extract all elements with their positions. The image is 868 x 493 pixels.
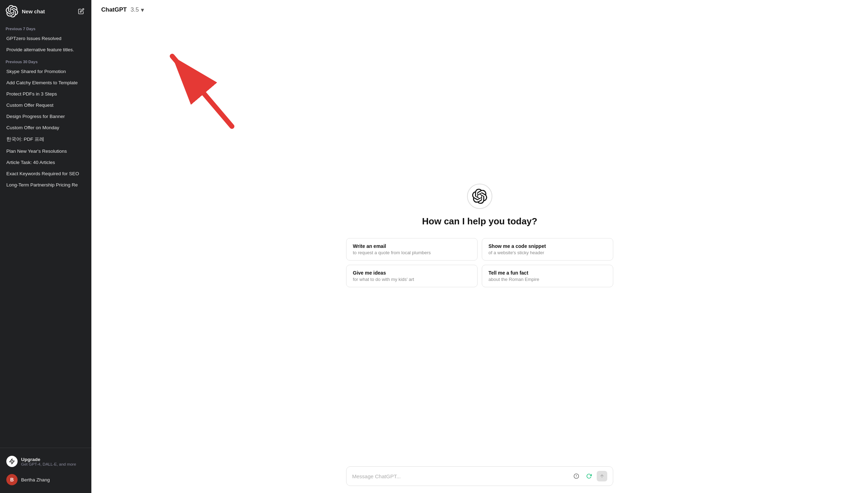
user-avatar: B [6,474,18,485]
suggestion-card-1[interactable]: Show me a code snippet of a website's st… [482,238,613,261]
send-button[interactable] [597,471,607,481]
input-area [91,462,868,493]
sidebar: New chat Previous 7 Days GPTzero Issues … [0,0,91,493]
upgrade-icon [6,456,18,467]
chat-item-pdfs[interactable]: Protect PDFs in 3 Steps [3,88,89,99]
welcome-heading: How can I help you today? [422,216,537,227]
model-selector[interactable]: ChatGPT 3.5 ▾ [98,5,147,15]
new-chat-edit-button[interactable] [77,7,86,16]
model-name: ChatGPT [101,6,127,13]
chat-item-catchy[interactable]: Add Catchy Elements to Template [3,77,89,88]
chat-item-gptzero[interactable]: GPTzero Issues Resolved [3,33,89,44]
upgrade-button[interactable]: Upgrade Get GPT-4, DALL-E, and more [3,452,89,471]
user-row[interactable]: B Bertha Zhang [3,471,89,489]
message-input[interactable] [352,473,568,479]
suggestion-title-3: Tell me a fun fact [488,270,607,276]
suggestion-grid: Write an email to request a quote from l… [346,238,613,287]
refresh-icon[interactable] [584,471,594,481]
suggestion-sub-2: for what to do with my kids' art [353,277,471,282]
chat-item-custom-offer[interactable]: Custom Offer Request [3,100,89,111]
chat-item-alternative[interactable]: Provide alternative feature titles. [3,44,89,55]
chat-item-keywords[interactable]: Exact Keywords Required for SEO [3,168,89,179]
microphone-icon[interactable] [571,471,581,481]
upgrade-text: Upgrade Get GPT-4, DALL-E, and more [21,457,76,466]
upgrade-title: Upgrade [21,457,76,462]
chat-item-design[interactable]: Design Progress for Banner [3,111,89,122]
suggestion-sub-0: to request a quote from local plumbers [353,250,471,255]
suggestion-title-1: Show me a code snippet [488,243,607,249]
chat-item-articles[interactable]: Article Task: 40 Articles [3,157,89,168]
chat-item-longterm[interactable]: Long-Term Partnership Pricing Re [3,179,89,190]
logo-area[interactable]: New chat [6,5,45,18]
suggestion-sub-3: about the Roman Empire [488,277,607,282]
chat-item-resolutions[interactable]: Plan New Year's Resolutions [3,146,89,157]
suggestion-sub-1: of a website's sticky header [488,250,607,255]
chat-item-custom-monday[interactable]: Custom Offer on Monday [3,122,89,133]
sidebar-footer: Upgrade Get GPT-4, DALL-E, and more B Be… [0,448,91,493]
message-input-box [346,466,613,486]
model-version: 3.5 [129,6,139,13]
chatgpt-center-logo [467,184,492,209]
main-content: ChatGPT 3.5 ▾ How can I help you today? … [91,0,868,493]
input-icons [571,471,607,481]
chat-area: How can I help you today? Write an email… [91,20,868,462]
suggestion-card-0[interactable]: Write an email to request a quote from l… [346,238,478,261]
suggestion-title-2: Give me ideas [353,270,471,276]
section-label-30days: Previous 30 Days [3,55,89,66]
chat-item-skype[interactable]: Skype Shared for Promotion [3,66,89,77]
upgrade-subtitle: Get GPT-4, DALL-E, and more [21,462,76,466]
new-chat-label: New chat [22,8,45,14]
section-label-7days: Previous 7 Days [3,22,89,33]
sidebar-header: New chat [0,0,91,22]
chat-item-korean[interactable]: 한국어: PDF 프레 [3,133,89,145]
suggestion-card-3[interactable]: Tell me a fun fact about the Roman Empir… [482,265,613,287]
chevron-down-icon: ▾ [141,7,144,13]
suggestion-title-0: Write an email [353,243,471,249]
suggestion-card-2[interactable]: Give me ideas for what to do with my kid… [346,265,478,287]
svg-marker-0 [9,459,14,464]
openai-logo-icon [6,5,18,18]
user-name: Bertha Zhang [21,477,50,482]
sidebar-nav: Previous 7 Days GPTzero Issues Resolved … [0,22,91,448]
top-bar: ChatGPT 3.5 ▾ [91,0,868,20]
